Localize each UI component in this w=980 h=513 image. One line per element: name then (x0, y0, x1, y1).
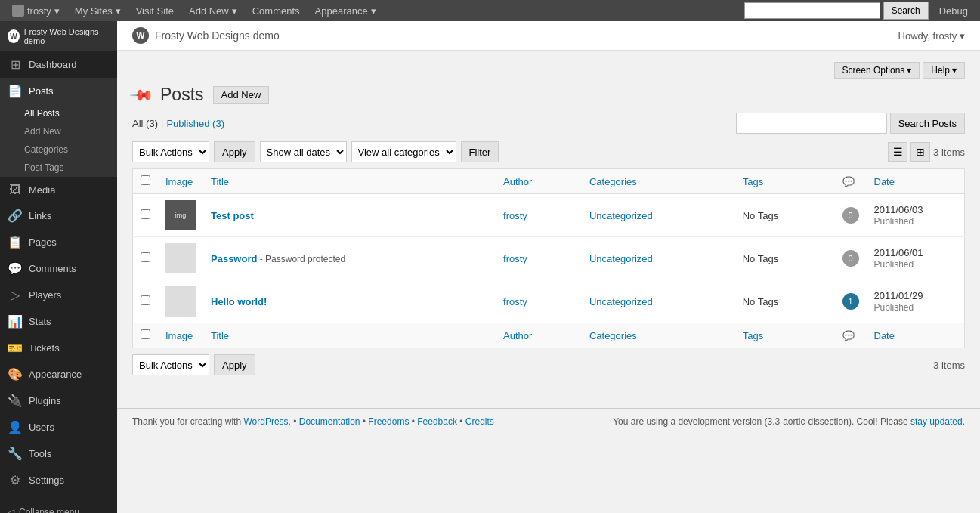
site-name-bar: W Frosty Web Designs demo (0, 21, 117, 51)
post-category-0[interactable]: Uncategorized (589, 210, 653, 221)
th-author-label: Author (503, 176, 532, 187)
th-tags-label: Tags (743, 176, 763, 187)
tools-icon: 🔧 (8, 447, 23, 461)
sidebar-item-comments[interactable]: 💬 Comments (0, 255, 117, 282)
post-date-1: 2011/06/01 (874, 247, 923, 258)
tfoot-date: Date (867, 323, 965, 348)
grid-view-button[interactable]: ⊞ (910, 142, 930, 162)
adminbar-right: Search Debug (744, 2, 975, 20)
footer-feedback-link[interactable]: Feedback (417, 416, 457, 427)
user-avatar (12, 5, 24, 17)
tfoot-image: Image (158, 323, 203, 348)
filter-published[interactable]: Published (3) (166, 118, 224, 129)
row-checkbox-0[interactable] (141, 209, 150, 219)
users-icon: 👤 (8, 420, 23, 434)
th-image-label: Image (165, 176, 193, 187)
post-title-link-2[interactable]: Hello world! (211, 296, 267, 307)
post-comments-2[interactable]: 1 (842, 293, 859, 310)
sidebar-item-players[interactable]: ▷ Players (0, 282, 117, 308)
post-author-0[interactable]: frosty (503, 210, 527, 221)
subnav-all-posts[interactable]: All Posts (0, 104, 117, 122)
th-author[interactable]: Author (496, 169, 582, 194)
th-title[interactable]: Title (203, 169, 496, 194)
post-category-1[interactable]: Uncategorized (589, 253, 653, 264)
list-view-button[interactable]: ☰ (888, 142, 907, 162)
collapse-menu[interactable]: ◁ Collapse menu (0, 501, 117, 513)
adminbar-appearance[interactable]: Appearance ▾ (308, 0, 384, 21)
post-category-2[interactable]: Uncategorized (589, 296, 653, 307)
tfoot-title: Title (203, 323, 496, 348)
th-date[interactable]: Date (867, 169, 965, 194)
filter-button[interactable]: Filter (461, 141, 499, 162)
apply-button[interactable]: Apply (214, 141, 255, 162)
row-checkbox-1[interactable] (141, 252, 150, 262)
sidebar-item-tickets[interactable]: 🎫 Tickets (0, 335, 117, 361)
adminbar-user-label: frosty (27, 5, 51, 17)
add-new-button[interactable]: Add New (213, 86, 270, 104)
adminbar-mysites[interactable]: My Sites ▾ (67, 0, 128, 21)
post-comments-1[interactable]: 0 (842, 250, 859, 267)
select-all-checkbox[interactable] (141, 175, 150, 185)
adminbar-search-input[interactable] (744, 2, 880, 19)
site-header-title: Frosty Web Designs demo (155, 29, 280, 42)
sidebar-item-appearance[interactable]: 🎨 Appearance (0, 361, 117, 388)
sidebar-item-links[interactable]: 🔗 Links (0, 202, 117, 229)
footer-wordpress-link[interactable]: WordPress (243, 416, 288, 427)
help-button[interactable]: Help ▾ (923, 62, 965, 79)
bulk-actions-select-bottom[interactable]: Bulk Actions (132, 354, 209, 375)
select-all-checkbox-bottom[interactable] (141, 329, 150, 339)
sidebar-item-tools[interactable]: 🔧 Tools (0, 440, 117, 467)
pages-icon: 📋 (8, 235, 23, 249)
items-count-top: 3 items (933, 147, 965, 158)
sidebar-item-stats[interactable]: 📊 Stats (0, 308, 117, 335)
screen-options-button[interactable]: Screen Options ▾ (834, 62, 920, 79)
search-posts-input[interactable] (736, 113, 887, 134)
site-header-left: W Frosty Web Designs demo (132, 27, 280, 44)
sidebar-item-dashboard[interactable]: ⊞ Dashboard (0, 51, 117, 78)
adminbar-addnew[interactable]: Add New ▾ (181, 0, 245, 21)
adminbar-debug[interactable]: Debug (932, 5, 975, 17)
search-posts-button[interactable]: Search Posts (890, 113, 965, 134)
apply-button-bottom[interactable]: Apply (214, 354, 255, 375)
post-title-link-0[interactable]: Test post (211, 210, 254, 221)
adminbar-user[interactable]: frosty ▾ (5, 0, 67, 21)
collapse-label: Collapse menu (19, 507, 79, 513)
items-count-bottom: 3 items (933, 360, 965, 371)
subnav-post-tags[interactable]: Post Tags (0, 159, 117, 177)
post-author-2[interactable]: frosty (503, 296, 527, 307)
footer-documentation-link[interactable]: Documentation (299, 416, 360, 427)
tfoot-comment-icon: 💬 (842, 330, 855, 341)
sidebar-item-plugins[interactable]: 🔌 Plugins (0, 388, 117, 414)
posts-pin-icon: 📌 (128, 82, 155, 108)
show-dates-select[interactable]: Show all dates (260, 141, 347, 162)
adminbar-appearance-label: Appearance (315, 5, 368, 17)
sidebar-item-pages[interactable]: 📋 Pages (0, 229, 117, 255)
post-author-1[interactable]: frosty (503, 253, 527, 264)
row-checkbox-2[interactable] (141, 295, 150, 305)
th-categories[interactable]: Categories (582, 169, 735, 194)
footer-freedoms-link[interactable]: Freedoms (368, 416, 409, 427)
adminbar-comments[interactable]: Comments (245, 0, 308, 21)
footer-credits-link[interactable]: Credits (465, 416, 494, 427)
filter-all[interactable]: All (3) (132, 118, 158, 129)
tfoot-tags: Tags (735, 323, 835, 348)
sidebar-item-settings[interactable]: ⚙ Settings (0, 467, 117, 493)
adminbar-search-button[interactable]: Search (883, 2, 929, 20)
links-icon: 🔗 (8, 209, 23, 223)
sidebar-item-users[interactable]: 👤 Users (0, 414, 117, 440)
th-tags[interactable]: Tags (735, 169, 835, 194)
post-title-link-1[interactable]: Password (211, 253, 257, 264)
media-icon: 🖼 (8, 183, 23, 196)
post-comments-0[interactable]: 0 (842, 207, 859, 224)
bulk-actions-select[interactable]: Bulk Actions (132, 141, 209, 162)
footer-stay-updated-link[interactable]: stay updated (910, 416, 963, 427)
sidebar-item-label-comments: Comments (29, 263, 76, 274)
sidebar-item-media[interactable]: 🖼 Media (0, 177, 117, 202)
footer-version-note: You are using a development version (3.3… (613, 416, 907, 427)
posts-submenu: All Posts Add New Categories Post Tags (0, 104, 117, 177)
subnav-categories[interactable]: Categories (0, 141, 117, 159)
sidebar-item-posts[interactable]: 📄 Posts (0, 78, 117, 104)
adminbar-visitsite[interactable]: Visit Site (128, 0, 181, 21)
view-categories-select[interactable]: View all categories (351, 141, 456, 162)
subnav-add-new[interactable]: Add New (0, 122, 117, 141)
